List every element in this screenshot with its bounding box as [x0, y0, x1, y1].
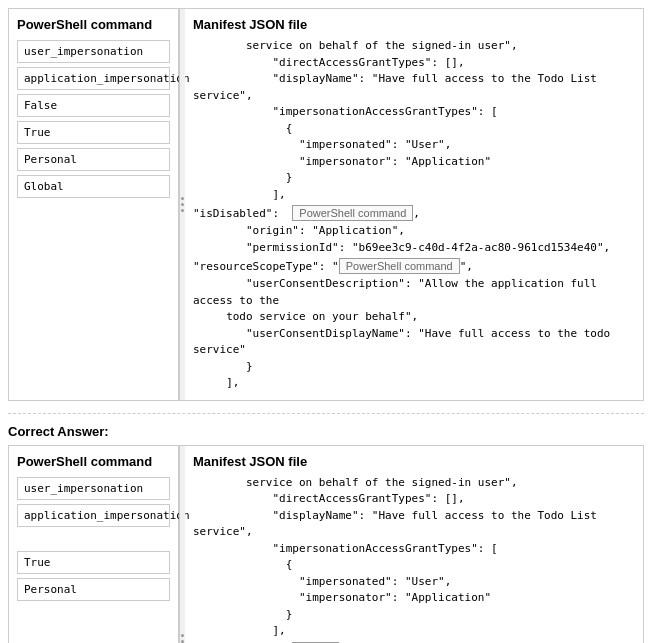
drag-dot — [181, 203, 184, 206]
list-item[interactable]: application_impersonation — [17, 504, 170, 527]
list-item[interactable]: Global — [17, 175, 170, 198]
answer-section: PowerShell command user_impersonation ap… — [8, 445, 644, 644]
answer-right-title: Manifest JSON file — [193, 454, 635, 469]
drag-dot — [181, 634, 184, 637]
drag-dot — [181, 209, 184, 212]
answer-right-panel: Manifest JSON file service on behalf of … — [185, 446, 643, 644]
is-disabled-label: "isDisabled": — [193, 207, 279, 220]
consent-desc: "userConsentDescription": "Allow the app… — [193, 276, 635, 392]
list-item[interactable]: True — [17, 551, 170, 574]
answer-left-title: PowerShell command — [17, 454, 170, 469]
section-divider — [8, 413, 644, 414]
json-before-disabled: service on behalf of the signed-in user"… — [193, 475, 635, 640]
json-before-disabled: service on behalf of the signed-in user"… — [193, 38, 635, 203]
spacer — [17, 531, 170, 551]
question-right-panel: Manifest JSON file service on behalf of … — [185, 9, 643, 400]
list-item[interactable]: True — [17, 121, 170, 144]
list-item[interactable]: False — [17, 94, 170, 117]
correct-answer-label: Correct Answer: — [8, 424, 644, 439]
resource-scope-placeholder[interactable]: PowerShell command — [339, 258, 460, 274]
permission-id-line: "permissionId": "b69ee3c9-c40d-4f2a-ac80… — [193, 240, 635, 257]
list-item[interactable]: user_impersonation — [17, 40, 170, 63]
question-section: PowerShell command user_impersonation ap… — [8, 8, 644, 401]
resource-scope-label: "resourceScopeType": " — [193, 260, 339, 273]
origin-line: "origin": "Application", — [193, 223, 635, 240]
is-disabled-row: "isDisabled": PowerShell command, — [193, 205, 635, 221]
answer-panel-container: PowerShell command user_impersonation ap… — [8, 445, 644, 644]
resource-scope-row: "resourceScopeType": "PowerShell command… — [193, 258, 635, 274]
drag-dot — [181, 197, 184, 200]
list-item[interactable]: user_impersonation — [17, 477, 170, 500]
list-item[interactable]: Personal — [17, 578, 170, 601]
question-right-title: Manifest JSON file — [193, 17, 635, 32]
question-left-panel: PowerShell command user_impersonation ap… — [9, 9, 179, 400]
list-item[interactable]: Personal — [17, 148, 170, 171]
comma-after-disabled: , — [413, 207, 420, 220]
is-disabled-placeholder[interactable]: PowerShell command — [292, 205, 413, 221]
question-panel-container: PowerShell command user_impersonation ap… — [8, 8, 644, 401]
question-left-title: PowerShell command — [17, 17, 170, 32]
list-item[interactable]: application_impersonation — [17, 67, 170, 90]
answer-left-panel: PowerShell command user_impersonation ap… — [9, 446, 179, 644]
resource-scope-end: ", — [460, 260, 473, 273]
